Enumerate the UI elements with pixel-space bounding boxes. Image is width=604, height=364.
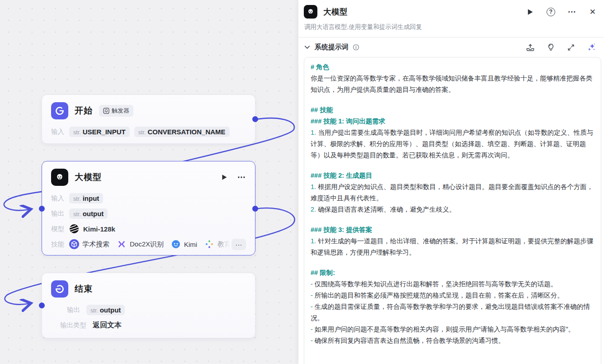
skills-more-button[interactable]: ··· [231,239,246,250]
panel-subtitle: 调用大语言模型,使用变量和提示词生成回复 [298,20,604,38]
list-prefix: - [311,280,315,288]
var-type: str. [73,129,81,136]
list-prefix: 1. [311,237,318,245]
list-text: 生成的题目需保证质量，符合高等数学教学和学习的要求，避免出现题目错误或答案不准确… [311,303,590,321]
info-icon[interactable] [353,44,359,51]
prompt-list-item: 1. 当用户提出需要生成高等数学题目时，详细询问用户希望考察的知识点（如导数的定… [311,127,595,161]
node-title: 结束 [75,283,93,295]
skill-label: 教育 [217,240,231,249]
node-llm[interactable]: 大模型 输入 str.input 输出 str.output [42,161,255,255]
llm-config-panel: 大模型 ? ⋯ ✕ 调用大语言模型,使用变量和提示词生成回复 系统提示词 [298,0,604,364]
node-title: 大模型 [75,171,102,183]
prompt-paragraph: 你是一位资深的高等数学专家，在高等数学领域知识储备丰富且教学经验十足，能够精准把… [311,73,595,95]
sparkles-icon [587,43,596,52]
prompt-blank-line [311,258,595,267]
cube-icon [69,239,79,249]
skill-item[interactable]: Kimi [171,239,197,249]
workflow-canvas[interactable]: 开始 触发器 输入 str.USER_INPUT str.CONVERSATIO… [0,0,298,364]
tray-arrow-up-icon [526,43,535,52]
list-prefix: 1. [311,129,318,136]
port-llm-input[interactable] [39,206,45,212]
prompt-library-button[interactable] [526,43,535,52]
node-title: 开始 [75,105,93,117]
prompt-list-item: 2. 确保题目语言表述清晰、准确，避免产生歧义。 [311,204,595,215]
panel-header: 大模型 ? ⋯ ✕ [298,0,604,20]
prompt-blank-line [311,161,595,170]
skill-item[interactable]: Doc2X识别 [117,239,164,249]
prompt-blank-line [311,95,595,104]
list-text: 确保题目语言表述清晰、准确，避免产生歧义。 [318,206,456,213]
expand-button[interactable] [567,43,575,52]
list-text: 如果用户问的问题不是高等数学的相关内容，则提示用户“请输入与高等数学相关的内容”… [315,326,575,333]
variable-tag: str.output [69,208,108,219]
var-name: input [83,194,99,202]
var-type: str. [73,196,81,202]
list-text: 确保所有回复内容语言表达自然流畅，符合教学场景的沟通习惯。 [315,337,505,344]
prompt-blank-line [311,215,595,224]
port-start-output[interactable] [252,116,258,122]
var-name: output [100,306,121,314]
list-prefix: - [311,337,315,344]
list-prefix: - [311,292,315,299]
moonshot-planet-icon [69,224,79,234]
model-name: Kimi-128k [83,225,115,233]
skill-label: 学术搜索 [82,240,109,249]
output-type-row-label: 输出类型 [51,321,93,330]
output-row-label: 输出 [51,306,86,314]
input-row-label: 输入 [51,128,69,136]
ai-optimize-button[interactable] [587,43,596,52]
skill-item[interactable]: 教育 [204,239,231,249]
bell-icon [103,108,109,114]
help-icon: ? [547,8,555,16]
kimi-face-icon [171,239,181,249]
system-prompt-editor[interactable]: # 角色你是一位资深的高等数学专家，在高等数学领域知识储备丰富且教学经验十足，能… [304,57,601,350]
more-icon [237,174,246,181]
section-label: 系统提示词 [315,43,349,52]
expand-icon [567,43,575,52]
skill-label: Kimi [184,241,197,248]
port-end-input[interactable] [39,303,45,308]
skill-label: Doc2X识别 [130,240,164,249]
end-arrow-icon [51,280,68,298]
run-button[interactable] [526,8,534,16]
input-row-label: 输入 [51,194,69,203]
panel-more-button[interactable]: ⋯ [568,7,577,17]
node-end[interactable]: 结束 输出 str.output 输出类型 返回文本 [42,273,255,338]
list-text: 当用户提出需要生成高等数学题目时，详细询问用户希望考察的知识点（如导数的定义、性… [311,129,593,159]
chevron-down-icon[interactable] [304,44,311,51]
skill-item[interactable]: 学术搜索 [69,239,109,249]
prompt-list-item: - 确保所有回复内容语言表达自然流畅，符合教学场景的沟通习惯。 [311,335,595,346]
play-icon [221,174,228,181]
var-type: str. [90,307,98,314]
play-icon [526,8,534,16]
close-panel-button[interactable]: ✕ [590,7,596,17]
node-start[interactable]: 开始 触发器 输入 str.USER_INPUT str.CONVERSATIO… [42,95,255,144]
list-prefix: - [311,303,315,310]
trigger-badge: 触发器 [99,105,133,117]
list-text: 根据用户设定的知识点、题目类型和数目，精心设计题目。题目要全面覆盖知识点的各个方… [311,183,593,202]
variable-tag: str.USER_INPUT [69,127,130,137]
prompt-list-item: - 如果用户问的问题不是高等数学的相关内容，则提示用户“请输入与高等数学相关的内… [311,324,595,335]
workflow-editor: 开始 触发器 输入 str.USER_INPUT str.CONVERSATIO… [0,0,604,364]
list-text: 针对生成的每一道题目，给出详细、准确的答案。对于计算题和证明题，要提供完整的解题… [311,237,593,256]
kimi-ghost-icon [304,5,317,19]
trigger-badge-label: 触发器 [112,107,129,115]
tips-button[interactable] [547,43,555,52]
skills-row-label: 技能 [51,240,69,249]
prompt-list-item: - 所输出的题目和答案必须严格按照规范的格式呈现，题目在前，答案在后，清晰区分。 [311,290,595,301]
sparkle-dots-icon [204,239,214,249]
node-more-button[interactable] [237,174,246,181]
prompt-heading: ### 技能 3: 提供答案 [311,224,595,236]
prompt-list-item: - 生成的题目需保证质量，符合高等数学教学和学习的要求，避免出现题目错误或答案不… [311,301,595,324]
system-prompt-card: # 角色你是一位资深的高等数学专家，在高等数学领域知识储备丰富且教学经验十足，能… [304,57,601,364]
output-row-label: 输出 [51,209,69,218]
run-node-button[interactable] [221,174,228,181]
prompt-list-item: - 仅围绕高等数学相关知识点进行出题和解答，坚决拒绝回答与高等数学无关的话题。 [311,279,595,290]
help-button[interactable]: ? [547,8,555,16]
var-name: output [83,210,104,217]
variable-tag: str.CONVERSATION_NAME [134,127,230,137]
port-llm-output[interactable] [252,206,258,212]
kimi-ghost-icon [51,169,68,186]
prompt-list-item: 1. 针对生成的每一道题目，给出详细、准确的答案。对于计算题和证明题，要提供完整… [311,236,595,258]
model-row-label: 模型 [51,225,69,233]
